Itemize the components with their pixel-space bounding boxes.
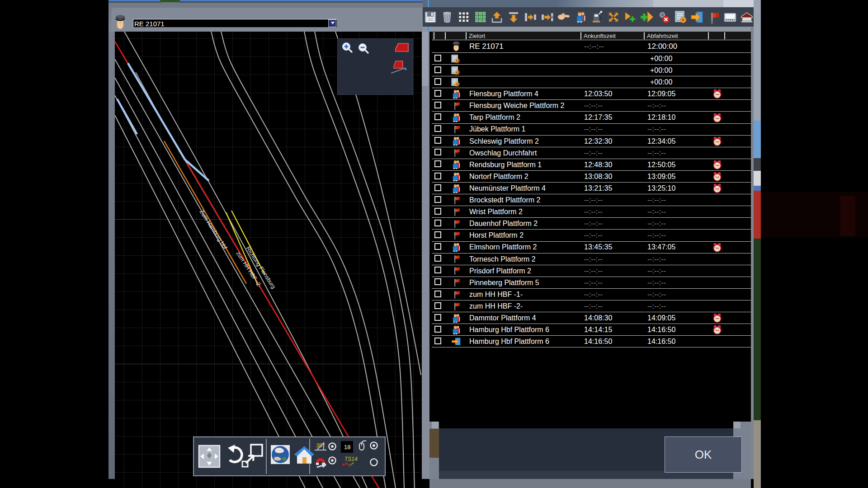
svg-text:18: 18	[344, 444, 350, 450]
svg-text:TS14: TS14	[344, 456, 358, 462]
